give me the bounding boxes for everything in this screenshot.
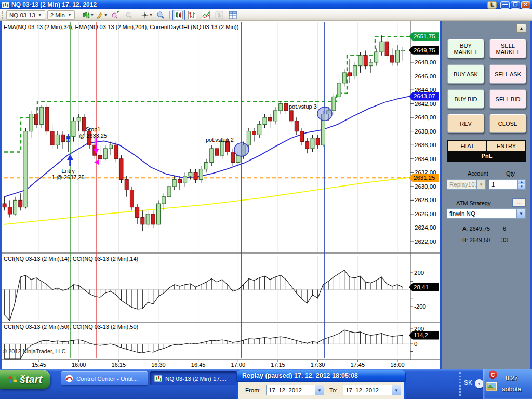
add-indicator-icon[interactable] <box>109 10 122 20</box>
stop-annotation-line1: Stop1 <box>75 126 111 132</box>
panel-separator[interactable] <box>2 21 440 21</box>
position-display: FLAT ENTRY PnL <box>447 140 526 162</box>
chart-area[interactable]: 2622,002624,002626,002628,002630,002632,… <box>0 21 442 369</box>
atm-strategy-label: ATM Strategy <box>456 200 490 206</box>
panel-separator[interactable] <box>2 322 440 323</box>
svg-text:2644,00: 2644,00 <box>415 87 436 93</box>
svg-text:15:45: 15:45 <box>32 362 46 368</box>
chart-canvas[interactable]: 2622,002624,002626,002628,002630,002632,… <box>0 21 442 369</box>
start-label: štart <box>20 374 42 385</box>
start-button[interactable]: štart <box>0 370 50 389</box>
from-date-select[interactable]: 17. 12. 2012 ▼ <box>266 385 324 395</box>
svg-text:2648,00: 2648,00 <box>415 59 436 65</box>
lock-button[interactable]: L <box>487 1 497 9</box>
minimize-button[interactable]: — <box>500 1 510 9</box>
chevron-down-icon[interactable]: ▼ <box>516 209 525 218</box>
account-label: Account <box>468 170 488 177</box>
svg-text:114,2: 114,2 <box>414 332 428 338</box>
svg-text:2642,00: 2642,00 <box>415 101 436 107</box>
tray-grip[interactable] <box>459 372 461 396</box>
language-indicator[interactable]: SK <box>464 379 472 387</box>
collapse-arrow-button[interactable]: ▲ <box>516 24 526 33</box>
toolbar-separator <box>169 11 170 19</box>
reverse-button[interactable]: REV <box>447 114 484 133</box>
sell-market-button[interactable]: SELL MARKET <box>489 39 526 58</box>
sell-ask-button[interactable]: SELL ASK <box>489 64 526 84</box>
main-area: 2622,002624,002626,002628,002630,002632,… <box>0 21 532 369</box>
taskbar-item-control-center[interactable]: Control Center - Untit... <box>61 371 148 385</box>
chart-style-bars-icon[interactable] <box>186 10 198 20</box>
svg-text:200: 200 <box>414 326 424 332</box>
title-bar[interactable]: NQ 03-13 (2 Min) 17. 12. 2012 L — ❐ ✕ <box>0 0 532 9</box>
chart-toolbar: NQ 03-13 ▼ 2 Min ▼ ▼▼▼$ <box>0 9 532 21</box>
svg-text:-200: -200 <box>414 303 426 310</box>
stop-annotation: Stop1 @ 2633,25 <box>75 126 111 139</box>
buy-ask-button[interactable]: BUY ASK <box>447 64 484 84</box>
entry-annotation: Entry 1 @ 2637,25 <box>51 168 85 180</box>
svg-text:2643,07: 2643,07 <box>414 93 435 99</box>
svg-text:2624,00: 2624,00 <box>415 224 436 231</box>
spinner-buttons[interactable]: ▲▼ <box>517 180 525 189</box>
data-series-icon: $ <box>213 10 225 20</box>
potential-entry3-label: pot.vstup 3 <box>289 103 317 110</box>
zoom-icon[interactable] <box>154 10 167 20</box>
to-date-select[interactable]: 17. 12. 2012 ▼ <box>343 385 401 395</box>
toolbar-separator <box>79 11 79 19</box>
windows-logo-icon <box>8 375 17 384</box>
chart-style-candles-icon[interactable] <box>172 10 185 20</box>
spin-down-icon[interactable]: ▼ <box>518 184 525 189</box>
strategy-value: finwin NQ <box>447 210 516 217</box>
entry-annotation-line2: 1 @ 2637,25 <box>51 174 85 180</box>
panel-separator[interactable] <box>2 359 440 360</box>
drawing-tools-icon[interactable]: ▼ <box>96 10 108 20</box>
chevron-down-icon[interactable]: ▼ <box>476 180 485 189</box>
account-select[interactable]: Replay101 ▼ <box>447 179 486 190</box>
svg-text:2630,00: 2630,00 <box>415 183 436 190</box>
taskbar: štart Control Center - Untit... NQ 03-13… <box>0 369 532 399</box>
chart-style-line-icon[interactable] <box>200 10 212 20</box>
price-tag: 28,41 <box>409 283 439 291</box>
sell-bid-button[interactable]: SELL BID <box>489 89 526 109</box>
toolbar-grip[interactable] <box>2 11 4 19</box>
entry-status[interactable]: ENTRY <box>487 141 525 151</box>
clock[interactable]: 8:27 sobota <box>495 373 529 395</box>
price-tag: 2649,75 <box>409 46 439 55</box>
instrument-selector[interactable]: NQ 03-13 ▼ <box>6 10 45 20</box>
crosshair-icon[interactable]: ▼ <box>141 10 153 20</box>
indicator-label: EMA(NQ 03-13 (2 Min),34), EMA(NQ 03-13 (… <box>4 24 238 30</box>
quantity-stepper[interactable]: 1 ▲▼ <box>489 179 526 190</box>
svg-text:18:00: 18:00 <box>390 362 405 368</box>
chevron-down-icon: ▼ <box>68 12 72 17</box>
svg-text:17:00: 17:00 <box>231 362 246 368</box>
instrument-value: NQ 03-13 <box>9 12 35 18</box>
svg-text:2638,00: 2638,00 <box>415 128 436 135</box>
hide-icons-chevron[interactable]: ‹ <box>475 379 484 388</box>
price-tag: 2631,25 <box>409 174 439 182</box>
chevron-down-icon[interactable]: ▼ <box>315 385 324 395</box>
close-position-button[interactable]: CLOSE <box>489 114 526 133</box>
bars-type-icon[interactable]: ▼ <box>82 10 95 20</box>
price-tag: 2651,75 <box>409 32 439 41</box>
interval-selector[interactable]: 2 Min ▼ <box>47 10 75 20</box>
replay-window: Replay (paused) 17. 12. 2012 18:05:08 Fr… <box>236 370 406 399</box>
buy-bid-button[interactable]: BUY BID <box>447 89 484 109</box>
svg-text:28,41: 28,41 <box>414 284 429 290</box>
price-tag: 2643,07 <box>409 92 439 100</box>
maximize-button[interactable]: ❐ <box>511 1 520 9</box>
spin-up-icon[interactable]: ▲ <box>518 180 525 184</box>
panel-separator[interactable] <box>2 252 440 254</box>
close-button[interactable]: ✕ <box>521 1 530 9</box>
ask-size: 6 <box>503 225 506 232</box>
atm-more-button[interactable]: ... <box>512 198 526 207</box>
chart-grid-icon[interactable] <box>227 10 239 20</box>
taskbar-item-chart[interactable]: NQ 03-13 (2 Min) 17.... <box>150 371 237 385</box>
buy-market-button[interactable]: BUY MARKET <box>447 39 484 58</box>
chevron-down-icon[interactable]: ▼ <box>392 385 401 395</box>
strategy-select[interactable]: finwin NQ ▼ <box>447 208 526 219</box>
clock-day: sobota <box>495 384 529 395</box>
svg-text:2636,00: 2636,00 <box>415 142 436 148</box>
flat-status[interactable]: FLAT <box>448 141 487 151</box>
potential-entry2-circle <box>234 143 249 156</box>
replay-title-bar[interactable]: Replay (paused) 17. 12. 2012 18:05:08 <box>236 370 406 382</box>
to-date-value: 17. 12. 2012 <box>343 387 392 393</box>
